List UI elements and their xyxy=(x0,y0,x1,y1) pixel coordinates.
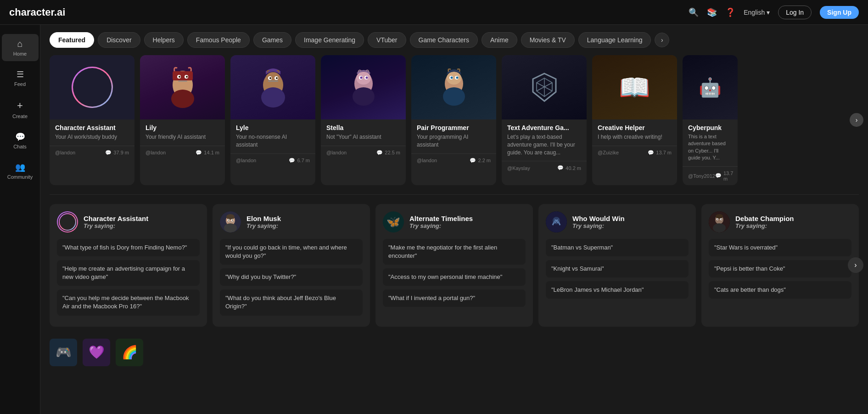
try-prompt-debate-2[interactable]: "Pepsi is better than Coke" xyxy=(709,260,851,278)
card-desc-creative: I help with creative writing! xyxy=(598,133,672,141)
sidebar-label-create: Create xyxy=(12,113,28,119)
login-button[interactable]: Log In xyxy=(778,6,812,19)
cyber-emoji: 🤖 xyxy=(699,77,722,98)
tab-featured[interactable]: Featured xyxy=(50,32,94,48)
try-prompt-char-asst-2[interactable]: "Help me create an advertising campaign … xyxy=(57,260,200,286)
try-avatar-alt: 🦋 xyxy=(383,211,404,233)
try-prompt-elon-1[interactable]: "If you could go back in time, when and … xyxy=(220,239,363,265)
book-icon[interactable]: 📚 xyxy=(707,7,717,17)
tabs-next-arrow[interactable]: › xyxy=(655,33,669,47)
card-lyle[interactable]: Lyle Your no-nonsense AI assistant @land… xyxy=(230,55,315,185)
try-prompt-alt-1[interactable]: "Make me the negotiator for the first al… xyxy=(383,239,526,265)
message-icon: 💬 xyxy=(196,150,202,156)
message-icon: 💬 xyxy=(289,158,295,164)
try-card-elon-musk[interactable]: Elon Musk Try saying: "If you could go b… xyxy=(213,204,370,327)
try-label-www: Try saying: xyxy=(572,222,625,229)
bottom-thumb-3[interactable]: 🌈 xyxy=(116,339,143,366)
card-cyberpunk[interactable]: 🤖 Cyberpunk This is a text adventure bas… xyxy=(683,55,738,185)
sidebar: ⌂ Home ☰ Feed + Create 💬 Chats 👥 Communi… xyxy=(0,25,40,414)
try-card-debate-champion[interactable]: Debate Champion Try saying: "Star Wars i… xyxy=(701,204,859,327)
try-header-elon: Elon Musk Try saying: xyxy=(220,211,363,233)
card-author-stella: @landon xyxy=(326,150,347,155)
try-label-char-asst: Try saying: xyxy=(84,222,148,229)
sidebar-label-feed: Feed xyxy=(14,81,26,87)
lyle-avatar-svg xyxy=(255,64,291,110)
try-card-alternate-timelines[interactable]: 🦋 Alternate Timelines Try saying: "Make … xyxy=(375,204,533,327)
sidebar-item-home[interactable]: ⌂ Home xyxy=(2,34,39,61)
card-msgs-cyber: 💬 13.7 m xyxy=(715,170,733,181)
card-desc-char-asst: Your AI work/study buddy xyxy=(55,133,129,141)
main-content: Featured Discover Helpers Famous People … xyxy=(40,25,868,414)
try-prompt-www-3[interactable]: "LeBron James vs Michael Jordan" xyxy=(546,281,689,299)
svg-point-44 xyxy=(224,223,237,233)
tab-helpers[interactable]: Helpers xyxy=(144,32,184,48)
character-assistant-avatar xyxy=(72,67,113,108)
search-icon[interactable]: 🔍 xyxy=(689,7,699,17)
card-pair-programmer[interactable]: Pair Programmer Your programming AI assi… xyxy=(411,55,496,185)
tab-movies[interactable]: Movies & TV xyxy=(521,32,575,48)
card-character-assistant[interactable]: Character Assistant Your AI work/study b… xyxy=(50,55,134,185)
help-icon[interactable]: ❓ xyxy=(725,7,735,17)
try-prompt-alt-2[interactable]: "Access to my own personal time machine" xyxy=(383,268,526,286)
try-card-who-would-win[interactable]: ⚔ Who Would Win Try saying: "Batman vs S… xyxy=(538,204,696,327)
thumb-emoji-3: 🌈 xyxy=(122,345,138,360)
card-lily[interactable]: Lily Your friendly AI assistant @landon … xyxy=(140,55,225,185)
try-prompt-char-asst-3[interactable]: "Can you help me decide between the Macb… xyxy=(57,289,200,315)
try-prompt-www-1[interactable]: "Batman vs Superman" xyxy=(546,239,689,256)
try-prompt-alt-3[interactable]: "What if I invented a portal gun?" xyxy=(383,289,526,307)
elon-avatar-svg xyxy=(220,211,241,233)
signup-button[interactable]: Sign Up xyxy=(820,6,859,19)
card-creative-helper[interactable]: 📖 Creative Helper I help with creative w… xyxy=(592,55,677,185)
svg-point-29 xyxy=(456,77,458,79)
svg-point-8 xyxy=(171,90,194,108)
message-icon: 💬 xyxy=(105,150,112,156)
try-prompt-elon-3[interactable]: "What do you think about Jeff Bezo's Blu… xyxy=(220,289,363,315)
sidebar-label-chats: Chats xyxy=(13,144,27,149)
bottom-thumb-2[interactable]: 💜 xyxy=(83,339,110,366)
featured-next-button[interactable]: › xyxy=(850,113,863,127)
svg-point-20 xyxy=(360,77,362,79)
thumb-emoji-2: 💜 xyxy=(89,345,105,360)
try-prompt-elon-2[interactable]: "Why did you buy Twitter?" xyxy=(220,268,363,286)
sidebar-item-create[interactable]: + Create xyxy=(2,95,39,124)
tab-image[interactable]: Image Generating xyxy=(295,32,364,48)
try-section-next-button[interactable]: › xyxy=(848,257,863,273)
try-prompt-char-asst-1[interactable]: "What type of fish is Dory from Finding … xyxy=(57,239,200,256)
sidebar-item-community[interactable]: 👥 Community xyxy=(2,158,39,184)
svg-point-12 xyxy=(269,77,271,79)
language-selector[interactable]: English ▾ xyxy=(744,9,770,16)
community-icon: 👥 xyxy=(15,162,25,172)
featured-cards-section: Character Assistant Your AI work/study b… xyxy=(40,48,868,193)
sidebar-item-chats[interactable]: 💬 Chats xyxy=(2,127,39,154)
tab-games[interactable]: Games xyxy=(253,32,291,48)
svg-point-52 xyxy=(717,218,718,219)
svg-point-38 xyxy=(226,214,235,220)
card-author-cyber: @Tony2012 xyxy=(688,173,715,179)
sidebar-item-feed[interactable]: ☰ Feed xyxy=(2,65,39,91)
tab-anime[interactable]: Anime xyxy=(482,32,517,48)
thumb-emoji-1: 🎮 xyxy=(56,345,72,360)
svg-text:⚔: ⚔ xyxy=(554,217,560,225)
tab-vtuber[interactable]: VTuber xyxy=(368,32,406,48)
card-author-creative: @Zuizike xyxy=(598,150,619,155)
card-title-text-adv: Text Adventure Ga... xyxy=(507,124,581,131)
card-stella[interactable]: Stella Not "Your" AI assistant @landon 💬… xyxy=(321,55,406,185)
try-prompt-debate-1[interactable]: "Star Wars is overrated" xyxy=(709,239,851,256)
svg-rect-7 xyxy=(178,80,187,82)
tab-famous[interactable]: Famous People xyxy=(187,32,250,48)
try-card-character-assistant[interactable]: Character Assistant Try saying: "What ty… xyxy=(50,204,207,327)
message-icon: 💬 xyxy=(648,150,654,156)
tab-gamechar[interactable]: Game Characters xyxy=(410,32,478,48)
card-title-stella: Stella xyxy=(326,124,400,131)
try-prompt-debate-3[interactable]: "Cats are better than dogs" xyxy=(709,281,851,299)
card-desc-lyle: Your no-nonsense AI assistant xyxy=(236,133,310,149)
card-desc-stella: Not "Your" AI assistant xyxy=(326,133,400,141)
card-text-adventure[interactable]: Text Adventure Ga... Let's play a text-b… xyxy=(502,55,587,185)
feed-icon: ☰ xyxy=(17,69,24,79)
tab-discover[interactable]: Discover xyxy=(98,32,140,48)
header: character.ai 🔍 📚 ❓ English ▾ Log In Sign… xyxy=(0,0,868,25)
tab-language[interactable]: Language Learning xyxy=(578,32,651,48)
bottom-thumb-1[interactable]: 🎮 xyxy=(50,339,77,366)
svg-point-22 xyxy=(365,77,368,79)
try-prompt-www-2[interactable]: "Knight vs Samurai" xyxy=(546,260,689,278)
